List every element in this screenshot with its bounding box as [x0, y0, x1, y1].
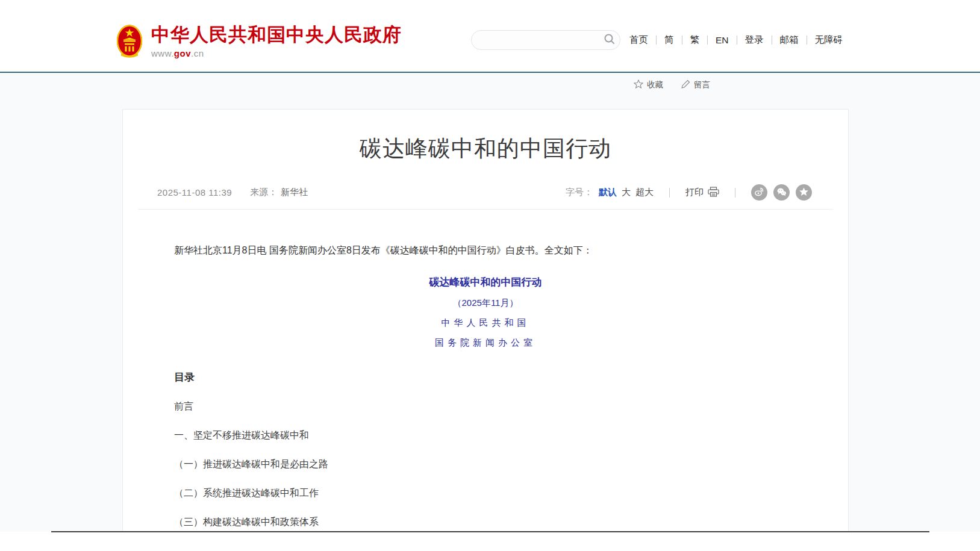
- print-button[interactable]: 打印: [685, 187, 719, 199]
- toc-item-1-2: （二）系统推进碳达峰碳中和工作: [174, 487, 797, 500]
- share-qzone-button[interactable]: [796, 184, 812, 201]
- print-label: 打印: [685, 187, 704, 198]
- source-label: 来源：: [250, 187, 277, 198]
- pen-icon: [681, 79, 690, 90]
- toc-item-1: 一、坚定不移推进碳达峰碳中和: [174, 429, 797, 442]
- message-label: 留言: [694, 79, 710, 90]
- font-size-xlarge-button[interactable]: 超大: [635, 187, 654, 198]
- article-title: 碳达峰碳中和的中国行动: [123, 134, 848, 164]
- favorite-link[interactable]: 收藏: [634, 79, 663, 90]
- nav-simplified[interactable]: 简: [657, 34, 682, 46]
- national-emblem-icon: [116, 24, 143, 61]
- nav-mail[interactable]: 邮箱: [772, 34, 807, 46]
- site-logo[interactable]: 中华人民共和国中央人民政府 www.gov.cn: [116, 24, 402, 61]
- document-body: 新华社北京11月8日电 国务院新闻办公室8日发布《碳达峰碳中和的中国行动》白皮书…: [174, 243, 797, 532]
- weibo-icon: [754, 187, 764, 199]
- article-card: 碳达峰碳中和的中国行动 2025-11-08 11:39 来源： 新华社 字号：…: [122, 109, 849, 532]
- nav-english[interactable]: EN: [708, 35, 737, 46]
- search-button[interactable]: [599, 30, 620, 50]
- article-meta-row: 2025-11-08 11:39 来源： 新华社 字号： 默认 大 超大 打印: [157, 184, 812, 201]
- article-tools: 字号： 默认 大 超大 打印: [566, 184, 812, 201]
- page: 中华人民共和国中央人民政府 www.gov.cn 首页 简 繁 EN 登录 邮箱: [0, 0, 980, 551]
- toc-item-1-3: （三）构建碳达峰碳中和政策体系: [174, 516, 797, 529]
- site-title: 中华人民共和国中央人民政府: [151, 24, 402, 46]
- font-size-label: 字号：: [566, 187, 593, 198]
- search-icon: [604, 33, 616, 48]
- favorite-label: 收藏: [647, 79, 663, 90]
- whitepaper-title: 碳达峰碳中和的中国行动: [174, 275, 797, 289]
- source-value[interactable]: 新华社: [281, 187, 308, 198]
- share-icons: [751, 184, 812, 201]
- whitepaper-issuer-office: 国务院新闻办公室: [174, 337, 797, 349]
- toc-heading: 目录: [174, 370, 797, 384]
- share-wechat-button[interactable]: [773, 184, 790, 201]
- font-size-large-button[interactable]: 大: [622, 187, 631, 198]
- nav-login[interactable]: 登录: [737, 34, 772, 46]
- star-circle-icon: [799, 187, 809, 199]
- whitepaper-date: （2025年11月）: [174, 297, 797, 309]
- site-url: www.gov.cn: [151, 48, 402, 58]
- wechat-icon: [776, 187, 787, 199]
- star-outline-icon: [634, 79, 643, 90]
- toc-item-preface: 前言: [174, 400, 797, 413]
- search-input[interactable]: [472, 36, 599, 45]
- viewport-bottom-strip: [0, 532, 980, 551]
- lead-paragraph: 新华社北京11月8日电 国务院新闻办公室8日发布《碳达峰碳中和的中国行动》白皮书…: [174, 243, 797, 258]
- quickbar: 收藏 留言: [634, 79, 710, 90]
- nav-accessibility[interactable]: 无障碍: [807, 34, 851, 46]
- whitepaper-issuer-country: 中华人民共和国: [174, 317, 797, 329]
- nav-traditional[interactable]: 繁: [682, 34, 708, 46]
- site-header: 中华人民共和国中央人民政府 www.gov.cn 首页 简 繁 EN 登录 邮箱: [0, 0, 980, 72]
- top-nav: 首页 简 繁 EN 登录 邮箱 无障碍: [629, 34, 850, 46]
- meta-divider: [138, 209, 833, 210]
- font-size-default-button[interactable]: 默认: [599, 187, 617, 198]
- toc-item-1-1: （一）推进碳达峰碳中和是必由之路: [174, 458, 797, 471]
- tools-separator: [669, 188, 670, 198]
- publish-datetime: 2025-11-08 11:39: [157, 187, 232, 198]
- viewport-bottom-edge: [51, 531, 929, 532]
- site-url-cn: .cn: [191, 48, 204, 58]
- tools-separator: [735, 188, 735, 198]
- message-link[interactable]: 留言: [681, 79, 710, 90]
- logo-text-block: 中华人民共和国中央人民政府 www.gov.cn: [151, 24, 402, 58]
- share-weibo-button[interactable]: [751, 184, 767, 201]
- search-box: [471, 30, 620, 50]
- site-url-gov: gov: [174, 48, 191, 58]
- nav-home[interactable]: 首页: [629, 34, 656, 46]
- page-background: 收藏 留言 碳达峰碳中和的中国行动 2025-11-08 11:39 来源： 新…: [0, 73, 980, 532]
- site-url-www: www.: [151, 48, 174, 58]
- printer-icon: [708, 187, 719, 199]
